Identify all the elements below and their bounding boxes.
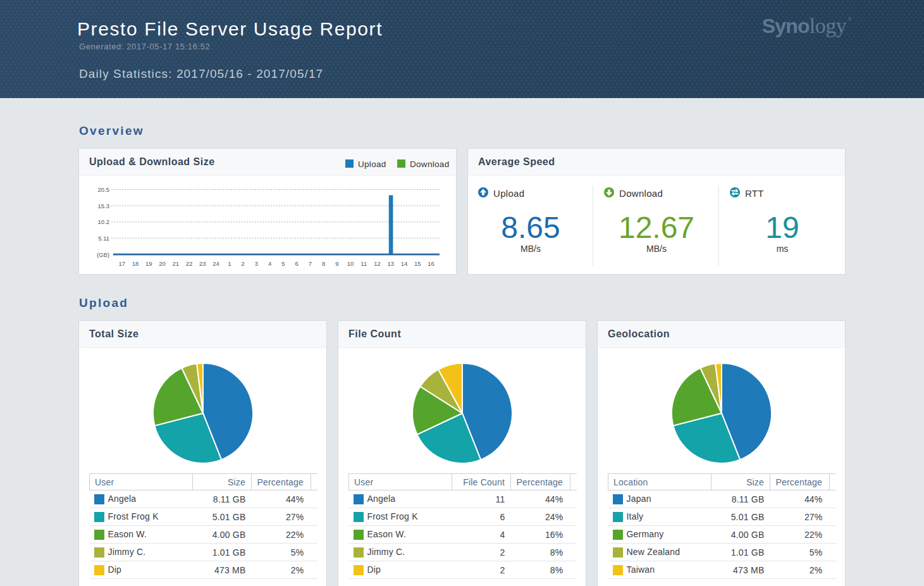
- svg-text:15.3: 15.3: [98, 203, 110, 209]
- svg-text:2: 2: [241, 260, 244, 267]
- svg-text:6: 6: [295, 260, 298, 267]
- svg-text:3: 3: [255, 260, 258, 267]
- svg-text:5: 5: [281, 260, 285, 267]
- svg-text:15: 15: [414, 260, 421, 267]
- svg-text:5.11: 5.11: [98, 235, 109, 242]
- svg-text:18: 18: [132, 260, 139, 267]
- svg-text:17: 17: [119, 260, 126, 267]
- svg-text:20: 20: [159, 260, 166, 267]
- svg-text:10: 10: [347, 260, 354, 267]
- svg-text:4: 4: [268, 260, 271, 267]
- svg-text:21: 21: [173, 260, 180, 267]
- svg-text:16: 16: [428, 260, 434, 267]
- svg-text:24: 24: [213, 260, 219, 267]
- svg-text:12: 12: [374, 260, 381, 267]
- svg-text:10.2: 10.2: [98, 218, 110, 225]
- svg-text:23: 23: [199, 260, 206, 267]
- svg-text:(GB): (GB): [97, 251, 109, 258]
- svg-text:14: 14: [401, 260, 408, 267]
- svg-text:7: 7: [309, 260, 312, 267]
- svg-text:1: 1: [228, 260, 231, 267]
- svg-text:9: 9: [335, 260, 338, 267]
- svg-text:19: 19: [145, 260, 152, 267]
- svg-text:8: 8: [322, 260, 325, 267]
- svg-text:13: 13: [388, 260, 395, 267]
- svg-text:11: 11: [360, 260, 367, 267]
- svg-text:22: 22: [186, 260, 193, 267]
- svg-text:20.5: 20.5: [98, 186, 110, 193]
